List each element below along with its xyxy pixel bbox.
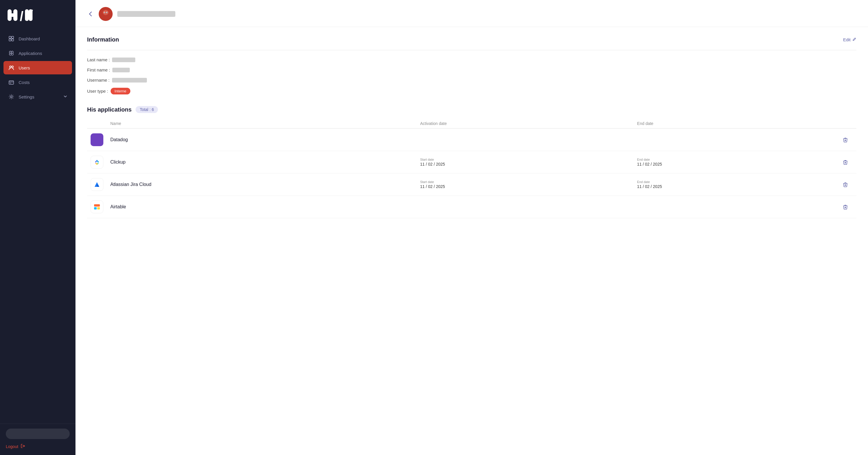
first-name-row: First name : [87, 67, 857, 72]
svg-point-16 [9, 66, 11, 68]
svg-point-25 [104, 12, 105, 13]
activation-date-cell: Start date 11 / 02 / 2025 [416, 173, 633, 196]
activation-date-cell [416, 196, 633, 218]
sidebar-item-users[interactable]: Users [3, 61, 72, 75]
edit-label: Edit [843, 37, 850, 42]
col-end-date: End date [634, 119, 839, 129]
end-date-cell: End date 11 / 02 / 2025 [637, 158, 836, 167]
svg-point-26 [106, 12, 107, 13]
svg-rect-8 [9, 36, 11, 38]
delete-cell [839, 173, 857, 196]
end-date-cell: End date 11 / 02 / 2025 [637, 180, 836, 189]
app-icon-cell: 🐶 [87, 129, 107, 151]
start-date-value: 11 / 02 / 2025 [420, 162, 630, 167]
table-row: Airtable [87, 196, 857, 218]
apps-header: His applications Total : 6 [87, 106, 857, 113]
datadog-icon: 🐶 [91, 133, 103, 146]
avatar [99, 7, 113, 21]
col-icon [87, 119, 107, 129]
end-date-label: End date [637, 158, 836, 161]
sidebar-item-costs[interactable]: Costs [3, 76, 72, 89]
user-type-badge: Interne [111, 88, 130, 94]
svg-rect-19 [10, 83, 11, 83]
delete-airtable-button[interactable] [842, 204, 848, 210]
delete-cell [839, 151, 857, 173]
svg-rect-9 [11, 36, 13, 38]
sidebar-item-dashboard[interactable]: Dashboard [3, 32, 72, 45]
dashboard-label: Dashboard [19, 36, 40, 41]
info-divider [87, 50, 857, 50]
avatar-image [100, 9, 111, 19]
app-name: Clickup [110, 160, 125, 165]
user-type-label: User type : [87, 89, 108, 93]
end-date-cell [634, 129, 839, 151]
jira-icon [91, 178, 103, 191]
delete-clickup-button[interactable] [842, 159, 848, 165]
col-activation-date: Activation date [416, 119, 633, 129]
username-value [112, 78, 147, 83]
app-name: Atlassian Jira Cloud [110, 182, 151, 187]
svg-rect-32 [94, 204, 100, 206]
svg-rect-31 [93, 202, 101, 211]
main-content: Information Edit Last name : First name … [75, 0, 868, 455]
svg-point-15 [11, 53, 13, 55]
user-name-bar [117, 11, 175, 17]
top-bar [75, 0, 868, 27]
app-name-cell: Airtable [107, 196, 416, 218]
svg-rect-34 [97, 207, 100, 209]
first-name-label: First name : [87, 67, 110, 72]
back-button[interactable] [87, 10, 94, 18]
table-row: 🐶 Datadog [87, 129, 857, 151]
delete-cell [839, 196, 857, 218]
username-label: Username : [87, 78, 110, 83]
logout-label: Logout [6, 444, 18, 449]
information-section-header: Information Edit [87, 36, 857, 43]
applications-table: Name Activation date End date [87, 119, 857, 218]
applications-section: His applications Total : 6 Name Activati… [87, 106, 857, 218]
svg-rect-33 [94, 207, 97, 209]
sidebar-nav: Dashboard Applications [0, 32, 75, 424]
svg-rect-29 [93, 158, 101, 167]
applications-label: Applications [19, 51, 42, 56]
last-name-label: Last name : [87, 57, 110, 62]
dashboard-icon [8, 35, 14, 42]
edit-button[interactable]: Edit [843, 37, 857, 42]
clickup-icon [91, 156, 103, 169]
table-row: Atlassian Jira Cloud Start date 11 / 02 … [87, 173, 857, 196]
costs-label: Costs [19, 80, 30, 85]
information-title: Information [87, 36, 119, 43]
svg-point-14 [9, 53, 11, 55]
start-date-label: Start date [420, 158, 630, 161]
app-name-cell: Clickup [107, 151, 416, 173]
sidebar-item-settings[interactable]: Settings [3, 90, 72, 104]
svg-point-20 [10, 96, 12, 97]
end-date-cell: End date 11 / 02 / 2025 [634, 151, 839, 173]
end-date-value: 11 / 02 / 2025 [637, 184, 836, 189]
delete-datadog-button[interactable] [842, 137, 848, 143]
svg-point-22 [103, 10, 108, 15]
start-date-label: Start date [420, 180, 630, 183]
username-row: Username : [87, 78, 857, 83]
logout-button[interactable]: Logout [6, 443, 70, 450]
settings-label: Settings [19, 94, 34, 99]
user-pill [6, 429, 70, 439]
svg-rect-18 [9, 81, 13, 84]
last-name-value [112, 58, 135, 62]
app-name-cell: Atlassian Jira Cloud [107, 173, 416, 196]
svg-point-13 [11, 51, 13, 53]
costs-icon [8, 79, 14, 85]
apps-title: His applications [87, 106, 131, 113]
end-date-cell [634, 196, 839, 218]
app-icon-cell [87, 151, 107, 173]
app-icon-cell [87, 196, 107, 218]
svg-rect-11 [11, 39, 13, 41]
end-date-label: End date [637, 180, 836, 183]
sidebar-item-applications[interactable]: Applications [3, 47, 72, 60]
svg-rect-27 [93, 135, 101, 144]
logo-container: / [0, 0, 75, 32]
info-fields: Last name : First name : Username : User… [87, 57, 857, 94]
delete-jira-button[interactable] [842, 181, 848, 188]
sidebar-bottom: Logout [0, 424, 75, 455]
start-date-cell: Start date 11 / 02 / 2025 [420, 180, 630, 189]
sidebar: / Dashboard [0, 0, 75, 455]
